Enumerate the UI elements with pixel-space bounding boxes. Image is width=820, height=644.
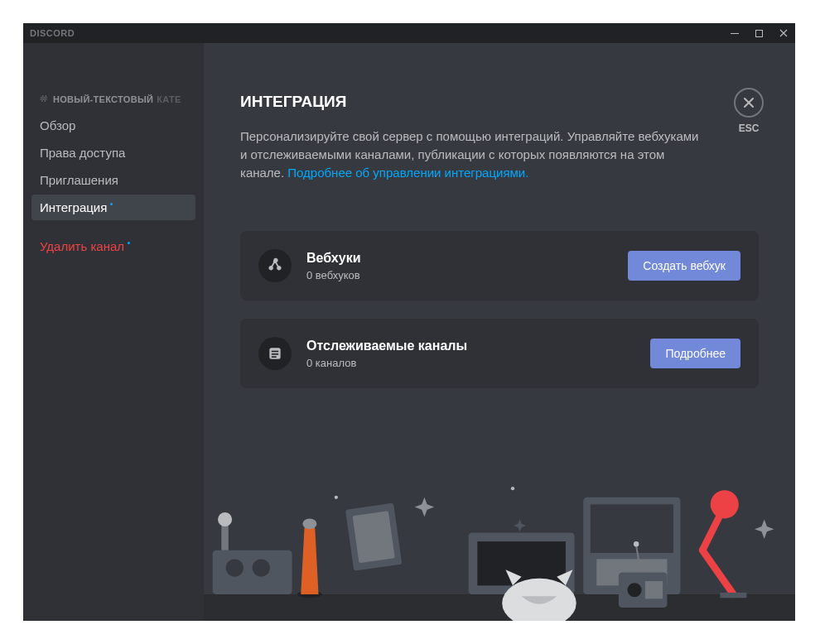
maximize-icon[interactable] — [755, 29, 764, 38]
svg-rect-22 — [596, 559, 667, 585]
webhooks-card: Вебхуки 0 вебхуков Создать вебхук — [240, 231, 759, 300]
page-title: ИНТЕГРАЦИЯ — [240, 93, 759, 111]
svg-rect-25 — [720, 593, 746, 598]
svg-rect-15 — [352, 511, 394, 563]
create-webhook-button[interactable]: Создать вебхук — [628, 251, 740, 281]
svg-point-27 — [628, 583, 642, 597]
svg-rect-18 — [469, 532, 575, 594]
svg-point-9 — [253, 559, 270, 576]
page-description: Персонализируйте свой сервер с помощью и… — [240, 127, 704, 181]
svg-rect-0 — [731, 33, 739, 34]
card-subtitle: 0 вебхуков — [306, 269, 628, 281]
card-title: Вебхуки — [306, 251, 628, 266]
close-label: ESC — [734, 123, 764, 134]
svg-point-17 — [511, 487, 514, 490]
sidebar-item-label: Обзор — [40, 118, 75, 132]
card-body: Вебхуки 0 вебхуков — [306, 251, 628, 281]
svg-rect-10 — [221, 524, 229, 550]
card-subtitle: 0 каналов — [306, 357, 650, 369]
svg-point-23 — [502, 579, 576, 621]
learn-more-link[interactable]: Подробнее об управлении интеграциями. — [287, 166, 528, 180]
sidebar-item-label: Права доступа — [40, 146, 125, 160]
app-title: DISCORD — [30, 28, 75, 38]
svg-point-11 — [218, 512, 232, 526]
titlebar: DISCORD — [23, 23, 795, 43]
svg-rect-14 — [345, 503, 402, 571]
main-panel: ИНТЕГРАЦИЯ Персонализируйте свой сервер … — [204, 43, 795, 621]
sidebar-item-overview[interactable]: Обзор — [31, 113, 195, 138]
followed-channels-card: Отслеживаемые каналы 0 каналов Подробнее — [240, 319, 759, 388]
sidebar-item-label: Удалить канал — [40, 239, 124, 253]
svg-rect-4 — [272, 353, 278, 355]
close-settings: ESC — [734, 88, 764, 134]
close-icon — [742, 96, 755, 109]
sidebar: НОВЫЙ-ТЕКСТОВЫЙ КАТЕ Обзор Права доступа… — [23, 43, 204, 621]
indicator-dot — [128, 242, 130, 244]
svg-line-29 — [636, 545, 640, 572]
svg-rect-19 — [477, 541, 566, 585]
svg-point-13 — [302, 518, 316, 529]
channels-more-button[interactable]: Подробнее — [650, 339, 740, 368]
svg-rect-21 — [591, 504, 673, 553]
channels-list-icon — [258, 337, 292, 370]
channel-header: НОВЫЙ-ТЕКСТОВЫЙ КАТЕ — [31, 93, 195, 113]
svg-rect-6 — [204, 594, 795, 621]
svg-rect-5 — [272, 357, 277, 358]
sidebar-item-label: Интеграция — [40, 200, 107, 214]
card-title: Отслеживаемые каналы — [306, 339, 650, 353]
webhook-icon — [258, 249, 292, 282]
sidebar-item-permissions[interactable]: Права доступа — [31, 140, 195, 166]
svg-rect-26 — [619, 572, 668, 608]
window-controls — [730, 28, 789, 38]
content-area: НОВЫЙ-ТЕКСТОВЫЙ КАТЕ Обзор Права доступа… — [23, 43, 795, 621]
svg-point-24 — [711, 490, 739, 518]
channel-name: НОВЫЙ-ТЕКСТОВЫЙ — [53, 94, 153, 104]
hash-icon — [38, 93, 50, 106]
sidebar-item-delete-channel[interactable]: Удалить канал — [31, 233, 195, 259]
minimize-icon[interactable] — [730, 28, 740, 38]
channel-category: КАТЕ — [157, 94, 181, 104]
svg-rect-1 — [756, 30, 763, 36]
footer-illustration — [204, 480, 795, 621]
svg-rect-20 — [583, 497, 680, 594]
svg-point-30 — [634, 541, 639, 546]
indicator-dot — [110, 203, 113, 205]
card-body: Отслеживаемые каналы 0 каналов — [306, 339, 650, 369]
sidebar-item-invites[interactable]: Приглашения — [31, 167, 195, 193]
sidebar-item-integrations[interactable]: Интеграция — [31, 195, 195, 220]
sidebar-item-label: Приглашения — [40, 173, 118, 187]
svg-rect-7 — [213, 550, 292, 594]
svg-rect-28 — [645, 581, 663, 598]
app-window: DISCORD НОВЫЙ-ТЕКСТОВЫЙ КАТЕ Обзор Пра — [23, 23, 795, 621]
svg-point-12 — [297, 591, 322, 598]
svg-point-16 — [335, 496, 338, 499]
close-window-icon[interactable] — [779, 28, 789, 38]
svg-point-8 — [226, 559, 244, 576]
svg-rect-3 — [272, 351, 278, 353]
close-button[interactable] — [734, 88, 764, 118]
